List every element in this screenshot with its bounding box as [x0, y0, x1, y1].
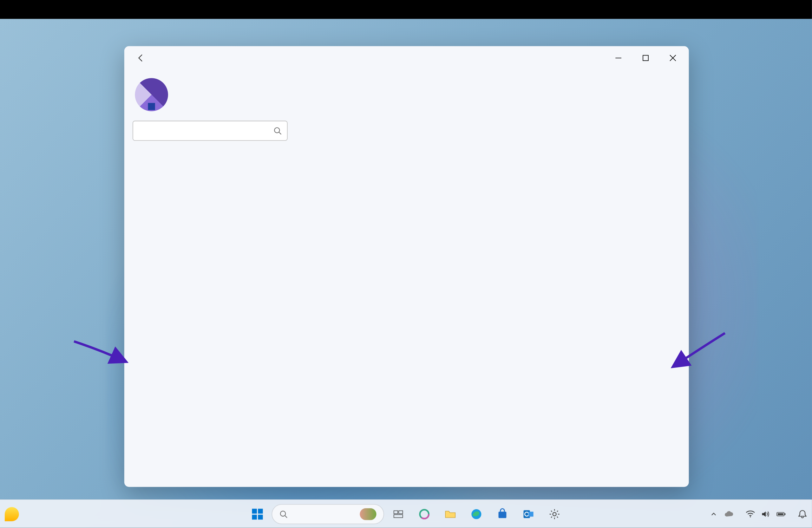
explorer-button[interactable] — [438, 502, 462, 526]
copilot-button[interactable] — [412, 502, 436, 526]
close-icon — [669, 55, 676, 61]
sidebar — [124, 70, 296, 487]
letterbox-top — [0, 0, 812, 19]
windows-logo-icon — [251, 508, 264, 520]
store-icon — [496, 508, 508, 520]
svg-rect-4 — [252, 508, 257, 513]
notifications-button[interactable] — [798, 509, 807, 518]
settings-taskbar-button[interactable] — [543, 502, 566, 526]
svg-rect-1 — [643, 55, 648, 61]
search-icon — [273, 127, 282, 135]
svg-rect-6 — [252, 514, 257, 519]
maximize-icon — [642, 55, 649, 61]
search-input[interactable] — [133, 121, 288, 141]
svg-rect-7 — [258, 514, 263, 519]
close-button[interactable] — [659, 46, 686, 70]
svg-rect-23 — [785, 513, 786, 515]
svg-rect-24 — [778, 513, 783, 515]
svg-line-3 — [279, 132, 281, 134]
battery-icon[interactable] — [777, 509, 786, 518]
content-area — [296, 70, 689, 487]
store-button[interactable] — [491, 502, 514, 526]
svg-rect-5 — [258, 508, 263, 513]
weather-icon — [5, 507, 19, 521]
back-button[interactable] — [131, 48, 150, 68]
taskbar-widgets[interactable] — [5, 507, 24, 521]
search-wrap — [133, 121, 288, 141]
minimize-icon — [615, 55, 622, 61]
avatar — [135, 78, 168, 111]
svg-rect-19 — [528, 512, 534, 517]
svg-point-8 — [280, 511, 286, 516]
volume-icon[interactable] — [761, 509, 770, 518]
edge-icon — [470, 508, 482, 520]
edge-button[interactable] — [465, 502, 489, 526]
search-highlight-icon — [360, 508, 376, 520]
wifi-icon[interactable] — [746, 509, 755, 518]
start-button[interactable] — [246, 502, 269, 526]
arrow-left-icon — [137, 54, 145, 62]
task-view-button[interactable] — [386, 502, 410, 526]
svg-rect-12 — [394, 514, 403, 517]
taskbar — [0, 499, 812, 528]
task-view-icon — [392, 508, 404, 520]
svg-point-2 — [274, 128, 279, 133]
onedrive-icon[interactable] — [724, 509, 734, 518]
svg-rect-10 — [394, 510, 398, 513]
maximize-button[interactable] — [632, 46, 659, 70]
svg-point-21 — [750, 516, 751, 517]
outlook-icon — [522, 508, 534, 520]
outlook-button[interactable] — [517, 502, 540, 526]
taskbar-search[interactable] — [272, 504, 384, 524]
svg-rect-16 — [498, 512, 507, 518]
svg-point-20 — [553, 512, 556, 516]
titlebar — [124, 46, 689, 70]
svg-line-9 — [285, 515, 287, 517]
minimize-button[interactable] — [605, 46, 632, 70]
tray-overflow-button[interactable] — [709, 509, 719, 518]
copilot-icon — [418, 508, 430, 520]
folder-icon — [444, 508, 456, 520]
user-block[interactable] — [135, 78, 287, 111]
gear-icon — [549, 508, 561, 520]
settings-window — [124, 46, 689, 487]
search-icon — [279, 510, 288, 518]
svg-rect-11 — [399, 510, 403, 513]
